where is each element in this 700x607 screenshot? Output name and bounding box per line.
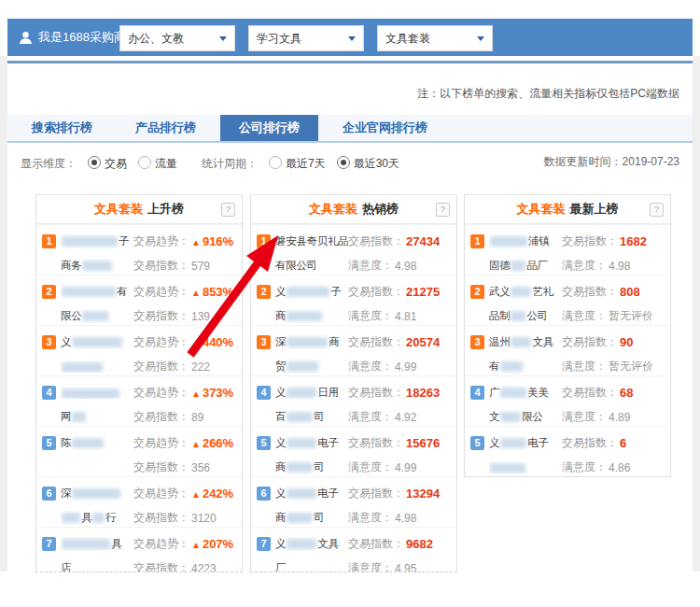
category-dropdown-1[interactable]: 学习文具 <box>248 25 364 51</box>
ranking-row[interactable]: 6义电子交易指数：13294商司满意度：4.98 <box>251 476 456 527</box>
period-radio-最近7天[interactable] <box>269 156 282 169</box>
ranking-row[interactable]: 6深交易趋势：▲242%具行交易指数：3120 <box>36 476 242 527</box>
company-name[interactable]: 深 <box>61 487 133 501</box>
ranking-row[interactable]: 1磐安县奇贝礼品交易指数：27434有限公司满意度：4.98 <box>251 224 456 275</box>
company-name-line2[interactable]: 商司 <box>275 511 348 525</box>
company-name[interactable]: 义文具 <box>275 537 348 551</box>
tab-公司排行榜[interactable]: 公司排行榜 <box>220 115 318 141</box>
blurred-name-block <box>72 488 120 499</box>
blurred-name-block <box>287 388 316 398</box>
company-name-text: 商 <box>275 512 286 523</box>
company-name[interactable]: 武义艺礼 <box>489 285 562 299</box>
dimension-option-label[interactable]: 流量 <box>155 157 177 170</box>
company-name-line2[interactable] <box>489 461 562 473</box>
dimension-option-label[interactable]: 交易 <box>105 157 127 170</box>
ranking-row[interactable]: 4交易趋势：▲373%网交易指数：89 <box>36 375 242 426</box>
ranking-row[interactable]: 1子交易趋势：▲916%商务交易指数：579 <box>36 224 242 275</box>
company-name-line2[interactable]: 商司 <box>275 460 348 474</box>
tab-搜索排行榜[interactable]: 搜索排行榜 <box>13 115 111 141</box>
ranking-row[interactable]: 4广美美交易指数：68文限公满意度：4.89 <box>465 375 670 426</box>
metric1-value: 18263 <box>406 386 440 400</box>
company-name-line2[interactable]: 厂 <box>275 561 348 572</box>
ranking-row[interactable]: 5陈交易趋势：▲266%交易指数：356 <box>36 426 242 476</box>
company-name-line2[interactable]: 有限公司 <box>275 259 348 273</box>
company-name[interactable]: 温州文具 <box>489 335 562 349</box>
metric2-label: 交易指数： <box>133 308 189 324</box>
row-line-1: 5义电子交易指数：15676 <box>257 434 451 452</box>
rank-badge: 3 <box>257 335 271 349</box>
company-name-line2[interactable]: 网 <box>61 410 133 424</box>
ranking-row[interactable]: 3温州文具交易指数：90有满意度：暂无评价 <box>465 325 670 375</box>
category-dropdown-0[interactable]: 办公、文教 <box>119 25 235 51</box>
company-name-line2[interactable]: 商 <box>275 309 348 323</box>
ranking-row[interactable]: 2义子交易指数：21275商满意度：4.81 <box>251 275 456 325</box>
metric1-value: 808 <box>620 285 640 299</box>
company-name-line2[interactable]: 品制公司 <box>489 309 562 323</box>
metric2-label: 满意度： <box>562 409 607 425</box>
company-name-line2[interactable]: 固德品厂 <box>489 259 562 273</box>
company-name-line2[interactable]: 文限公 <box>489 410 562 424</box>
metric2-value: 4.99 <box>395 360 416 374</box>
blurred-name-block <box>287 412 313 422</box>
company-name[interactable]: 深商 <box>275 335 348 349</box>
metric2-label: 满意度： <box>562 258 607 274</box>
row-line-2: 商满意度：4.81 <box>257 307 451 325</box>
help-icon[interactable]: ? <box>221 203 235 217</box>
category-dropdown-2[interactable]: 文具套装 <box>377 25 493 51</box>
blurred-name-block <box>511 261 525 271</box>
company-name[interactable]: 义子 <box>275 285 348 299</box>
company-name[interactable]: 陈 <box>61 436 133 450</box>
metric2-label: 交易指数： <box>133 258 189 274</box>
company-name[interactable] <box>61 387 133 398</box>
company-name[interactable]: 有 <box>61 285 133 299</box>
blurred-name-block <box>92 513 105 523</box>
company-name-line2[interactable] <box>61 360 133 372</box>
company-name[interactable]: 广美美 <box>489 386 562 400</box>
company-name-line2[interactable]: 贸 <box>275 360 348 374</box>
company-name-line2[interactable]: 百司 <box>275 410 348 424</box>
ranking-row[interactable]: 3深商交易指数：20574贸满意度：4.99 <box>251 325 456 375</box>
ranking-row[interactable]: 3义交易趋势：▲440%交易指数：222 <box>36 325 242 375</box>
company-name[interactable]: 磐安县奇贝礼品 <box>275 234 348 248</box>
period-option-label[interactable]: 最近7天 <box>286 157 326 170</box>
dimension-radio-流量[interactable] <box>138 156 151 169</box>
dimension-radio-交易[interactable] <box>88 156 101 169</box>
company-name-text: 有限公司 <box>275 260 317 271</box>
period-radio-最近30天[interactable] <box>337 156 350 169</box>
ranking-page: 我是1688采购商 办公、文教学习文具文具套装 注：以下榜单的搜索、流量相关指标… <box>0 0 700 607</box>
row-line-2: 满意度：4.86 <box>470 459 665 476</box>
company-name-line2[interactable]: 具行 <box>61 511 133 525</box>
ranking-row[interactable]: 1浦镇交易指数：1682固德品厂满意度：4.98 <box>465 224 670 275</box>
company-name[interactable]: 具 <box>61 537 133 551</box>
ranking-row[interactable]: 7具交易趋势：▲207%店交易指数：4223 <box>36 527 242 572</box>
ranking-row[interactable]: 5义电子交易指数：15676商司满意度：4.99 <box>251 426 456 476</box>
company-name[interactable]: 义电子 <box>275 487 348 501</box>
company-name-text: 文 <box>489 411 499 422</box>
metric1-label: 交易趋势： <box>133 284 189 300</box>
ranking-row[interactable]: 4义日用交易指数：18263百司满意度：4.92 <box>251 375 456 426</box>
blurred-name-block <box>72 337 122 347</box>
ranking-row[interactable]: 7义文具交易指数：9682厂满意度：4.95 <box>251 527 456 572</box>
tab-企业官网排行榜[interactable]: 企业官网排行榜 <box>324 115 446 141</box>
row-line-2: 厂满意度：4.95 <box>257 559 451 572</box>
company-name-line2[interactable]: 店 <box>61 561 133 572</box>
metric1-label: 交易指数： <box>348 536 404 552</box>
company-name[interactable]: 义 <box>61 335 133 349</box>
ranking-row[interactable]: 2有交易趋势：▲853%限公交易指数：139 <box>36 275 242 325</box>
company-name[interactable]: 子 <box>61 234 133 248</box>
tab-产品排行榜[interactable]: 产品排行榜 <box>117 115 215 141</box>
company-name[interactable]: 义日用 <box>275 386 348 400</box>
help-icon[interactable]: ? <box>650 203 664 217</box>
company-name-line2[interactable]: 商务 <box>61 259 133 273</box>
row-line-1: 3义交易趋势：▲440% <box>42 333 236 351</box>
ranking-row[interactable]: 5义电子交易指数：6满意度：4.86 <box>465 426 670 476</box>
company-name-line2[interactable]: 有 <box>489 360 562 374</box>
company-name[interactable]: 浦镇 <box>489 234 562 248</box>
company-name-text: 行 <box>105 512 116 523</box>
ranking-row[interactable]: 2武义艺礼交易指数：808品制公司满意度：暂无评价 <box>465 275 670 325</box>
period-option-label[interactable]: 最近30天 <box>354 157 399 170</box>
help-icon[interactable]: ? <box>436 203 450 217</box>
company-name-line2[interactable]: 限公 <box>61 309 133 323</box>
company-name[interactable]: 义电子 <box>489 436 562 450</box>
company-name[interactable]: 义电子 <box>275 436 348 450</box>
